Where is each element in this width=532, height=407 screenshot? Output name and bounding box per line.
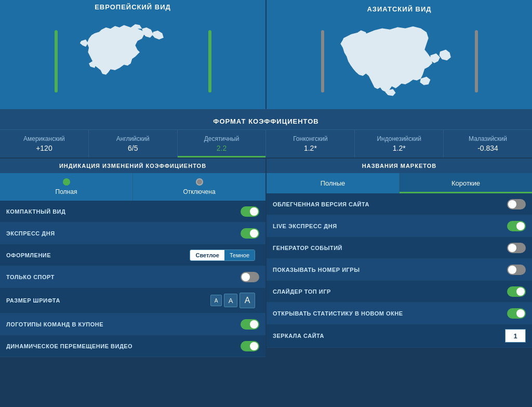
odds-tab-english[interactable]: Английский 6/5 xyxy=(89,130,178,157)
toggle-compact-switch[interactable] xyxy=(241,206,259,217)
toggle-theme: ОФОРМЛЕНИЕ Светлое Темное xyxy=(0,244,265,266)
font-medium-btn[interactable]: A xyxy=(224,294,237,307)
toggle-logos-label: ЛОГОТИПЫ КОМАНД В КУПОНЕ xyxy=(6,321,241,327)
settings-area: ИНДИКАЦИЯ ИЗМЕНЕНИЙ КОЭФФИЦИЕНТОВ Полная… xyxy=(0,157,532,357)
toggle-theme-label: ОФОРМЛЕНИЕ xyxy=(6,252,190,258)
theme-light-btn[interactable]: Светлое xyxy=(190,250,224,260)
odds-tab-english-value: 6/5 xyxy=(91,144,175,152)
toggle-game-num-switch[interactable] xyxy=(507,265,526,275)
odds-format-section: ФОРМАТ КОЭФФИЦИЕНТОВ Американский +120 А… xyxy=(0,109,532,157)
toggle-event-gen-label: ГЕНЕРАТОР СОБЫТИЙ xyxy=(273,245,507,251)
asian-bar-right xyxy=(475,30,478,93)
market-tab-full[interactable]: Полные xyxy=(267,173,400,193)
odds-tab-decimal-value: 2.2 xyxy=(180,144,263,152)
toggle-top-slider-knob xyxy=(516,287,525,296)
odds-format-title: ФОРМАТ КОЭФФИЦИЕНТОВ xyxy=(0,113,532,129)
odds-tab-american-value: +120 xyxy=(3,144,86,152)
toggle-top-slider: СЛАЙДЕР ТОП ИГР xyxy=(267,281,532,303)
toggle-event-gen-switch[interactable] xyxy=(507,243,526,253)
toggle-mirrors-label: ЗЕРКАЛА САЙТА xyxy=(273,333,505,339)
toggle-live-express-knob xyxy=(516,222,525,230)
font-small-btn[interactable]: A xyxy=(210,295,222,306)
odds-tab-malaysian-value: -0.834 xyxy=(446,144,529,152)
odds-tab-indonesian-value: 1.2* xyxy=(357,144,441,152)
toggle-event-gen: ГЕНЕРАТОР СОБЫТИЙ xyxy=(267,237,532,259)
toggle-dynamic-video-label: ДИНАМИЧЕСКОЕ ПЕРЕМЕЩЕНИЕ ВИДЕО xyxy=(6,343,241,349)
odds-tab-hongkong-value: 1.2* xyxy=(269,144,352,152)
radio-row: Полная Отключена xyxy=(0,173,265,201)
radio-full-label: Полная xyxy=(56,188,77,195)
odds-indication-header: ИНДИКАЦИЯ ИЗМЕНЕНИЙ КОЭФФИЦИЕНТОВ xyxy=(0,159,265,173)
toggle-compact-knob xyxy=(250,207,258,216)
european-bar-left xyxy=(55,30,58,93)
toggle-lite-site-switch[interactable] xyxy=(507,199,526,209)
odds-tab-indonesian[interactable]: Индонезийский 1.2* xyxy=(355,130,444,157)
font-size-buttons: A A A xyxy=(210,293,255,308)
odds-tab-decimal[interactable]: Десятичный 2.2 xyxy=(178,130,267,157)
odds-tab-hongkong[interactable]: Гонконгский 1.2* xyxy=(266,130,355,157)
european-panel[interactable]: ЕВРОПЕЙСКИЙ ВИД xyxy=(0,0,267,109)
toggle-dynamic-video-knob xyxy=(250,342,258,350)
toggle-event-gen-knob xyxy=(508,244,516,252)
toggle-stats-window-knob xyxy=(516,309,525,318)
odds-tab-indonesian-name: Индонезийский xyxy=(357,135,441,142)
toggle-express-knob xyxy=(250,229,258,238)
odds-tab-american-name: Американский xyxy=(3,135,86,142)
map-section: ЕВРОПЕЙСКИЙ ВИД АЗИАТСКИЙ ВИД xyxy=(0,0,532,109)
asia-map-svg xyxy=(332,19,467,103)
odds-tabs: Американский +120 Английский 6/5 Десятич… xyxy=(0,129,532,157)
market-names-panel: НАЗВАНИЯ МАРКЕТОВ Полные Короткие ОБЛЕГЧ… xyxy=(267,159,532,357)
toggle-game-num-label: ПОКАЗЫВАТЬ НОМЕР ИГРЫ xyxy=(273,267,507,273)
toggle-mirrors: ЗЕРКАЛА САЙТА xyxy=(267,324,532,348)
toggle-fontsize: РАЗМЕР ШРИФТА A A A xyxy=(0,288,265,313)
toggle-dynamic-video: ДИНАМИЧЕСКОЕ ПЕРЕМЕЩЕНИЕ ВИДЕО xyxy=(0,335,265,357)
toggle-lite-site-label: ОБЛЕГЧЕННАЯ ВЕРСИЯ САЙТА xyxy=(273,201,507,207)
european-title: ЕВРОПЕЙСКИЙ ВИД xyxy=(95,3,171,11)
theme-switcher: Светлое Темное xyxy=(190,250,255,261)
market-names-header: НАЗВАНИЯ МАРКЕТОВ xyxy=(267,159,532,173)
odds-tab-hongkong-name: Гонконгский xyxy=(269,135,352,142)
radio-full[interactable]: Полная xyxy=(0,173,133,201)
toggle-game-num: ПОКАЗЫВАТЬ НОМЕР ИГРЫ xyxy=(267,259,532,281)
toggle-sports-only-knob xyxy=(242,273,250,281)
european-bar-right xyxy=(208,30,211,93)
radio-disabled[interactable]: Отключена xyxy=(133,173,265,201)
toggle-sports-only-label: ТОЛЬКО СПОРТ xyxy=(6,274,241,280)
mirror-input[interactable] xyxy=(505,329,526,343)
toggle-stats-window-switch[interactable] xyxy=(507,308,526,319)
odds-tab-english-name: Английский xyxy=(91,135,175,142)
toggle-logos-switch[interactable] xyxy=(241,319,259,330)
toggle-top-slider-label: СЛАЙДЕР ТОП ИГР xyxy=(273,288,507,295)
theme-dark-btn[interactable]: Темное xyxy=(224,250,255,260)
asian-bar-left xyxy=(321,30,324,93)
toggle-compact: КОМПАКТНЫЙ ВИД xyxy=(0,201,265,222)
market-tab-short[interactable]: Короткие xyxy=(400,173,532,193)
toggle-dynamic-video-switch[interactable] xyxy=(241,341,259,351)
toggle-sports-only: ТОЛЬКО СПОРТ xyxy=(0,266,265,288)
toggle-live-express: LIVE ЭКСПРЕСС ДНЯ xyxy=(267,215,532,237)
toggle-game-num-knob xyxy=(508,266,516,274)
asian-map-container xyxy=(272,18,527,104)
toggle-live-express-label: LIVE ЭКСПРЕСС ДНЯ xyxy=(273,223,507,229)
radio-disabled-circle xyxy=(196,178,203,186)
toggle-sports-only-switch[interactable] xyxy=(241,272,259,282)
toggle-compact-label: КОМПАКТНЫЙ ВИД xyxy=(6,208,241,215)
asian-title: АЗИАТСКИЙ ВИД xyxy=(367,5,431,13)
odds-tab-malaysian[interactable]: Малазийский -0.834 xyxy=(444,130,532,157)
odds-tab-malaysian-name: Малазийский xyxy=(446,135,529,142)
toggle-live-express-switch[interactable] xyxy=(507,221,526,231)
odds-indication-panel: ИНДИКАЦИЯ ИЗМЕНЕНИЙ КОЭФФИЦИЕНТОВ Полная… xyxy=(0,159,267,357)
toggle-stats-window: ОТКРЫВАТЬ СТАТИСТИКУ В НОВОМ ОКНЕ xyxy=(267,303,532,324)
toggle-express-label: ЭКСПРЕСС ДНЯ xyxy=(6,230,241,237)
odds-tab-american[interactable]: Американский +120 xyxy=(0,130,89,157)
toggle-express-switch[interactable] xyxy=(241,228,259,239)
europe-map-svg xyxy=(65,16,201,106)
radio-disabled-label: Отключена xyxy=(183,188,215,195)
font-large-btn[interactable]: A xyxy=(240,293,255,308)
asian-panel[interactable]: АЗИАТСКИЙ ВИД xyxy=(267,0,532,109)
toggle-top-slider-switch[interactable] xyxy=(507,286,526,297)
european-map-container xyxy=(5,16,260,106)
odds-tab-decimal-name: Десятичный xyxy=(180,135,263,142)
toggle-logos-knob xyxy=(250,320,258,329)
toggle-express: ЭКСПРЕСС ДНЯ xyxy=(0,222,265,244)
